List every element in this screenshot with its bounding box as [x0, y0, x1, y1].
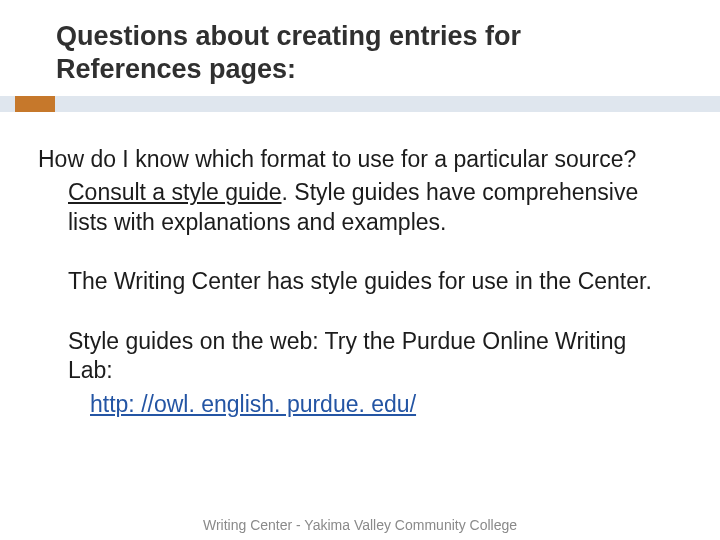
- paragraph-2: The Writing Center has style guides for …: [38, 267, 658, 296]
- accent-band: [0, 96, 720, 112]
- footer-text: Writing Center - Yakima Valley Community…: [0, 517, 720, 533]
- slide: Questions about creating entries for Ref…: [0, 0, 720, 540]
- question-text: How do I know which format to use for a …: [38, 145, 658, 174]
- answer-text-1: Consult a style guide. Style guides have…: [38, 178, 658, 237]
- slide-title: Questions about creating entries for Ref…: [56, 20, 664, 86]
- accent-tab: [15, 96, 55, 112]
- purdue-owl-link[interactable]: http: //owl. english. purdue. edu/: [90, 391, 416, 417]
- slide-body: How do I know which format to use for a …: [38, 145, 658, 419]
- link-line: http: //owl. english. purdue. edu/: [38, 390, 658, 419]
- paragraph-3: Style guides on the web: Try the Purdue …: [38, 327, 658, 386]
- answer-lead: Consult a style guide: [68, 179, 282, 205]
